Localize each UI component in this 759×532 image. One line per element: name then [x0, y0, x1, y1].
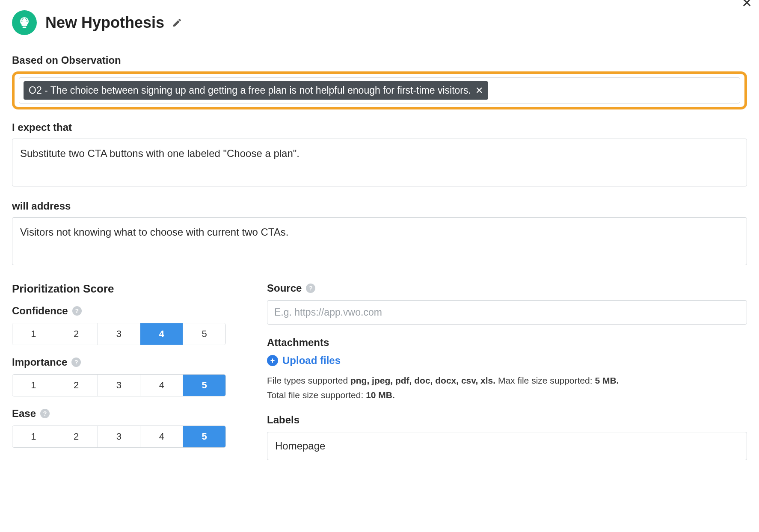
- ease-score-1[interactable]: 1: [12, 426, 55, 447]
- confidence-score-4[interactable]: 4: [140, 323, 183, 345]
- edit-icon[interactable]: [172, 18, 182, 28]
- upload-files-button[interactable]: + Upload files: [267, 355, 341, 366]
- svg-rect-0: [23, 27, 27, 28]
- observation-chip-close-icon[interactable]: ✕: [475, 85, 483, 96]
- help-icon[interactable]: ?: [71, 358, 81, 367]
- ease-label: Ease: [12, 408, 36, 420]
- ease-score-4[interactable]: 4: [140, 426, 183, 447]
- confidence-score-group: 12345: [12, 323, 226, 345]
- importance-score-2[interactable]: 2: [55, 375, 98, 396]
- confidence-score-1[interactable]: 1: [12, 323, 55, 345]
- importance-score-5[interactable]: 5: [183, 375, 225, 396]
- importance-score-group: 12345: [12, 374, 226, 396]
- observation-label: Based on Observation: [12, 54, 747, 66]
- observation-input[interactable]: [488, 83, 735, 99]
- expect-textarea[interactable]: [12, 139, 747, 186]
- observation-highlight: O2 - The choice between signing up and g…: [12, 71, 747, 109]
- close-icon[interactable]: ✕: [741, 0, 752, 9]
- help-icon[interactable]: ?: [306, 284, 315, 293]
- attachments-meta: File types supported png, jpeg, pdf, doc…: [267, 373, 747, 402]
- importance-score-3[interactable]: 3: [98, 375, 141, 396]
- observation-field[interactable]: O2 - The choice between signing up and g…: [19, 77, 740, 103]
- source-label: Source: [267, 282, 302, 294]
- observation-chip: O2 - The choice between signing up and g…: [24, 81, 488, 100]
- address-label: will address: [12, 200, 747, 212]
- prioritization-heading: Prioritization Score: [12, 282, 226, 296]
- lightbulb-icon: [12, 10, 37, 35]
- confidence-score-3[interactable]: 3: [98, 323, 141, 345]
- ease-score-5[interactable]: 5: [183, 426, 225, 447]
- labels-label: Labels: [267, 414, 299, 426]
- observation-chip-text: O2 - The choice between signing up and g…: [29, 85, 471, 96]
- importance-score-1[interactable]: 1: [12, 375, 55, 396]
- upload-files-label: Upload files: [282, 355, 341, 366]
- help-icon[interactable]: ?: [40, 409, 50, 418]
- ease-score-3[interactable]: 3: [98, 426, 141, 447]
- page-title: New Hypothesis: [45, 14, 164, 32]
- confidence-score-2[interactable]: 2: [55, 323, 98, 345]
- address-textarea[interactable]: [12, 217, 747, 265]
- confidence-label: Confidence: [12, 305, 68, 317]
- help-icon[interactable]: ?: [72, 306, 82, 316]
- ease-score-2[interactable]: 2: [55, 426, 98, 447]
- expect-label: I expect that: [12, 121, 747, 133]
- plus-circle-icon: +: [267, 355, 278, 366]
- ease-score-group: 12345: [12, 426, 226, 448]
- importance-label: Importance: [12, 356, 67, 368]
- labels-input[interactable]: [267, 432, 747, 460]
- source-input[interactable]: [267, 300, 747, 325]
- attachments-label: Attachments: [267, 337, 329, 349]
- importance-score-4[interactable]: 4: [140, 375, 183, 396]
- confidence-score-5[interactable]: 5: [183, 323, 225, 345]
